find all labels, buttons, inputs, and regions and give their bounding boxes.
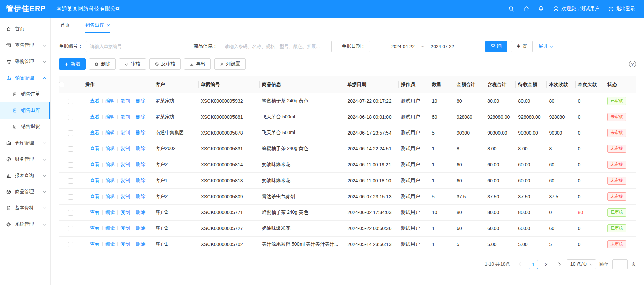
column-settings-button[interactable]: 列设置 (214, 58, 246, 70)
row-action-copy[interactable]: 复制 (120, 130, 130, 135)
row-action-edit[interactable]: 编辑 (105, 162, 115, 167)
tab-home[interactable]: 首页 (60, 18, 70, 33)
row-action-copy[interactable]: 复制 (120, 146, 130, 151)
status-badge: 已审核 (607, 208, 626, 217)
audit-button[interactable]: 审核 (119, 58, 146, 70)
reset-button[interactable]: 重 置 (511, 41, 533, 52)
sidebar-item-basic-data[interactable]: 基本资料 (0, 200, 50, 216)
row-action-delete[interactable]: 删除 (136, 146, 145, 151)
page-number-1[interactable]: 1 (529, 260, 538, 269)
sidebar-item-products[interactable]: 商品管理 (0, 184, 50, 200)
row-action-view[interactable]: 查看 (90, 178, 99, 183)
expand-filters-link[interactable]: 展开 (539, 43, 553, 49)
jump-page-input[interactable] (612, 259, 628, 269)
sidebar-item-sales-return[interactable]: 销售退货 (0, 119, 50, 135)
row-action-edit[interactable]: 编辑 (105, 114, 115, 119)
row-action-view[interactable]: 查看 (90, 98, 99, 103)
page-size-select[interactable]: 10 条/页 (567, 259, 596, 269)
row-action-view[interactable]: 查看 (90, 162, 99, 167)
row-checkbox[interactable] (68, 242, 73, 247)
row-checkbox[interactable] (68, 194, 73, 200)
row-action-view[interactable]: 查看 (90, 225, 99, 231)
row-action-delete[interactable]: 删除 (136, 98, 145, 103)
help-icon[interactable]: ? (629, 61, 636, 67)
row-action-delete[interactable]: 删除 (136, 241, 145, 247)
sidebar-item-purchase[interactable]: 采购管理 (0, 54, 50, 70)
sidebar-item-sales[interactable]: 销售管理 (0, 70, 50, 86)
cell-amount-tax: 60.00 (485, 173, 515, 189)
row-action-copy[interactable]: 复制 (120, 209, 130, 215)
row-action-copy[interactable]: 复制 (120, 162, 130, 167)
unaudit-button[interactable]: 反审核 (149, 58, 181, 70)
row-action-delete[interactable]: 删除 (136, 178, 145, 183)
row-action-copy[interactable]: 复制 (120, 178, 130, 183)
date-end-value[interactable]: 2024-07-22 (431, 44, 454, 49)
sidebar-item-retail[interactable]: 零售管理 (0, 37, 50, 54)
product-input[interactable] (221, 41, 332, 52)
tab-sales-outbound[interactable]: 销售出库 × (85, 18, 110, 33)
row-action-edit[interactable]: 编辑 (105, 146, 115, 151)
row-action-delete[interactable]: 删除 (136, 225, 145, 231)
row-checkbox[interactable] (68, 115, 73, 120)
row-action-edit[interactable]: 编辑 (105, 130, 115, 135)
row-action-delete[interactable]: 删除 (136, 114, 145, 119)
row-action-edit[interactable]: 编辑 (105, 241, 115, 247)
sidebar-item-sales-outbound[interactable]: 销售出库 (0, 102, 50, 119)
sidebar-item-finance[interactable]: 财务管理 (0, 151, 50, 167)
search-icon[interactable] (508, 6, 514, 12)
user-welcome[interactable]: 欢迎您，测试用户 (553, 6, 599, 12)
row-action-edit[interactable]: 编辑 (105, 209, 115, 215)
date-start-value[interactable]: 2024-04-22 (391, 44, 415, 49)
sidebar-item-system[interactable]: 系统管理 (0, 216, 50, 232)
row-action-edit[interactable]: 编辑 (105, 98, 115, 103)
date-range-picker[interactable]: 2024-04-22 ~ 2024-07-22 (369, 41, 476, 52)
sidebar-item-sales-order[interactable]: 销售订单 (0, 86, 50, 102)
cell-amount: 37.5 (454, 189, 485, 205)
sidebar-item-warehouse[interactable]: 仓库管理 (0, 135, 50, 151)
page-number-2[interactable]: 2 (541, 260, 551, 269)
row-action-delete[interactable]: 删除 (136, 130, 145, 135)
select-all-checkbox[interactable] (59, 82, 64, 87)
row-action-copy[interactable]: 复制 (120, 241, 130, 247)
row-action-copy[interactable]: 复制 (120, 194, 130, 199)
row-action-edit[interactable]: 编辑 (105, 225, 115, 231)
row-action-view[interactable]: 查看 (90, 130, 99, 135)
row-action-view[interactable]: 查看 (90, 114, 99, 119)
cell-debt: 80 (575, 205, 605, 221)
row-checkbox[interactable] (68, 162, 73, 168)
row-action-edit[interactable]: 编辑 (105, 178, 115, 183)
row-action-view[interactable]: 查看 (90, 209, 99, 215)
delete-button[interactable]: 删除 (89, 58, 116, 70)
cell-debt: 0 (575, 93, 605, 109)
home-nav-icon[interactable] (523, 6, 529, 12)
chevron-down-icon (43, 206, 46, 209)
sidebar-item-reports[interactable]: 报表查询 (0, 167, 50, 184)
bill-no-input[interactable] (86, 41, 183, 52)
row-checkbox[interactable] (68, 99, 73, 104)
add-button[interactable]: 新增 (59, 58, 86, 70)
prev-page-button[interactable] (516, 260, 525, 269)
row-action-copy[interactable]: 复制 (120, 114, 130, 119)
row-action-copy[interactable]: 复制 (120, 98, 130, 103)
row-checkbox[interactable] (68, 130, 73, 136)
row-checkbox[interactable] (68, 178, 73, 184)
close-icon[interactable]: × (107, 23, 110, 28)
next-page-button[interactable] (554, 260, 563, 269)
row-action-copy[interactable]: 复制 (120, 225, 130, 231)
row-action-delete[interactable]: 删除 (136, 162, 145, 167)
row-action-view[interactable]: 查看 (90, 241, 99, 247)
search-button[interactable]: 查 询 (485, 41, 507, 52)
row-action-view[interactable]: 查看 (90, 146, 99, 151)
row-checkbox[interactable] (68, 146, 73, 152)
sidebar-item-home[interactable]: 首页 (0, 21, 50, 37)
row-checkbox[interactable] (68, 210, 73, 216)
row-action-edit[interactable]: 编辑 (105, 194, 115, 199)
export-button[interactable]: 导出 (184, 58, 211, 70)
row-action-view[interactable]: 查看 (90, 194, 99, 199)
row-checkbox[interactable] (68, 226, 73, 231)
bell-icon[interactable] (538, 6, 544, 12)
row-action-delete[interactable]: 删除 (136, 194, 145, 199)
action-separator (133, 242, 133, 246)
row-action-delete[interactable]: 删除 (136, 209, 145, 215)
logout-button[interactable]: 退出登录 (608, 6, 635, 12)
